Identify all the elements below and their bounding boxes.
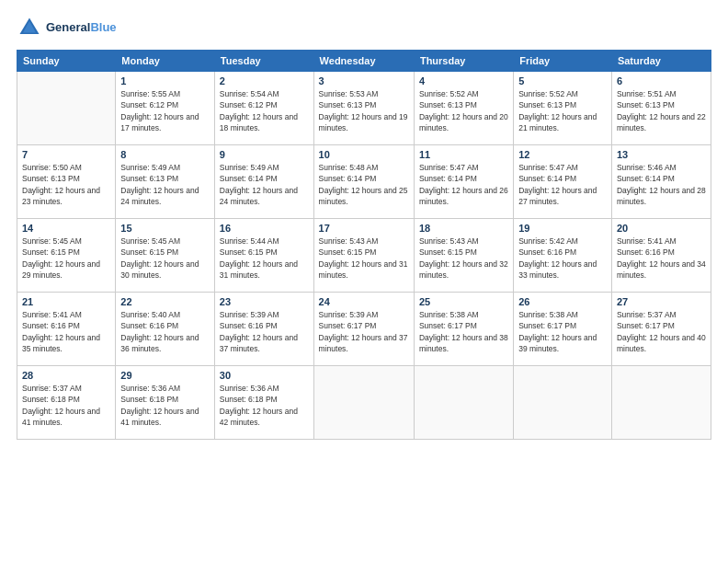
day-info: Sunrise: 5:38 AMSunset: 6:17 PMDaylight:… [518, 309, 607, 354]
day-number: 21 [22, 296, 110, 307]
logo-icon [17, 15, 42, 40]
calendar-cell [611, 366, 711, 440]
day-info: Sunrise: 5:43 AMSunset: 6:15 PMDaylight:… [319, 236, 409, 281]
day-info: Sunrise: 5:45 AMSunset: 6:15 PMDaylight:… [120, 236, 210, 281]
day-info: Sunrise: 5:52 AMSunset: 6:13 PMDaylight:… [518, 88, 607, 133]
day-info: Sunrise: 5:36 AMSunset: 6:18 PMDaylight:… [220, 383, 309, 428]
day-info: Sunrise: 5:41 AMSunset: 6:16 PMDaylight:… [617, 236, 706, 281]
day-info: Sunrise: 5:55 AMSunset: 6:12 PMDaylight:… [120, 88, 210, 133]
day-info: Sunrise: 5:39 AMSunset: 6:16 PMDaylight:… [220, 309, 309, 354]
day-number: 7 [22, 149, 110, 160]
day-info: Sunrise: 5:44 AMSunset: 6:15 PMDaylight:… [220, 236, 309, 281]
day-info: Sunrise: 5:45 AMSunset: 6:15 PMDaylight:… [22, 236, 110, 281]
day-info: Sunrise: 5:41 AMSunset: 6:16 PMDaylight:… [22, 309, 110, 354]
day-number: 9 [220, 149, 309, 160]
calendar-cell: 18Sunrise: 5:43 AMSunset: 6:15 PMDayligh… [414, 219, 513, 293]
day-number: 17 [319, 223, 409, 234]
calendar-cell: 29Sunrise: 5:36 AMSunset: 6:18 PMDayligh… [116, 366, 215, 440]
day-info: Sunrise: 5:38 AMSunset: 6:17 PMDaylight:… [419, 309, 508, 354]
calendar-cell: 20Sunrise: 5:41 AMSunset: 6:16 PMDayligh… [611, 219, 711, 293]
day-number: 20 [617, 223, 706, 234]
calendar-cell: 7Sunrise: 5:50 AMSunset: 6:13 PMDaylight… [17, 145, 116, 219]
day-info: Sunrise: 5:39 AMSunset: 6:17 PMDaylight:… [319, 309, 409, 354]
calendar-cell [313, 366, 414, 440]
day-info: Sunrise: 5:46 AMSunset: 6:14 PMDaylight:… [617, 162, 706, 207]
day-info: Sunrise: 5:53 AMSunset: 6:13 PMDaylight:… [319, 88, 409, 133]
week-row-3: 14Sunrise: 5:45 AMSunset: 6:15 PMDayligh… [17, 219, 711, 293]
day-info: Sunrise: 5:49 AMSunset: 6:14 PMDaylight:… [220, 162, 309, 207]
week-row-2: 7Sunrise: 5:50 AMSunset: 6:13 PMDaylight… [17, 145, 711, 219]
day-number: 2 [220, 75, 309, 86]
calendar-cell: 10Sunrise: 5:48 AMSunset: 6:14 PMDayligh… [313, 145, 414, 219]
day-number: 5 [518, 75, 607, 86]
calendar-cell [514, 366, 612, 440]
day-info: Sunrise: 5:51 AMSunset: 6:13 PMDaylight:… [617, 88, 706, 133]
calendar-cell: 25Sunrise: 5:38 AMSunset: 6:17 PMDayligh… [414, 293, 513, 366]
header: GeneralBlue [17, 15, 711, 40]
day-info: Sunrise: 5:36 AMSunset: 6:18 PMDaylight:… [120, 383, 210, 428]
day-number: 10 [319, 149, 409, 160]
calendar-cell: 28Sunrise: 5:37 AMSunset: 6:18 PMDayligh… [17, 366, 116, 440]
calendar-cell [414, 366, 513, 440]
calendar-cell: 12Sunrise: 5:47 AMSunset: 6:14 PMDayligh… [514, 145, 612, 219]
day-number: 4 [419, 75, 508, 86]
calendar-cell: 5Sunrise: 5:52 AMSunset: 6:13 PMDaylight… [514, 72, 612, 145]
col-header-friday: Friday [514, 51, 612, 72]
calendar-cell: 16Sunrise: 5:44 AMSunset: 6:15 PMDayligh… [214, 219, 313, 293]
calendar-cell [17, 72, 116, 145]
calendar-cell: 2Sunrise: 5:54 AMSunset: 6:12 PMDaylight… [214, 72, 313, 145]
calendar-cell: 24Sunrise: 5:39 AMSunset: 6:17 PMDayligh… [313, 293, 414, 366]
day-number: 27 [617, 296, 706, 307]
col-header-sunday: Sunday [17, 51, 116, 72]
day-info: Sunrise: 5:48 AMSunset: 6:14 PMDaylight:… [319, 162, 409, 207]
day-number: 1 [120, 75, 210, 86]
col-header-monday: Monday [116, 51, 215, 72]
day-number: 18 [419, 223, 508, 234]
calendar-cell: 21Sunrise: 5:41 AMSunset: 6:16 PMDayligh… [17, 293, 116, 366]
calendar-cell: 6Sunrise: 5:51 AMSunset: 6:13 PMDaylight… [611, 72, 711, 145]
calendar-cell: 22Sunrise: 5:40 AMSunset: 6:16 PMDayligh… [116, 293, 215, 366]
col-header-wednesday: Wednesday [313, 51, 414, 72]
calendar-cell: 4Sunrise: 5:52 AMSunset: 6:13 PMDaylight… [414, 72, 513, 145]
calendar-table: SundayMondayTuesdayWednesdayThursdayFrid… [17, 50, 711, 440]
week-row-4: 21Sunrise: 5:41 AMSunset: 6:16 PMDayligh… [17, 293, 711, 366]
day-info: Sunrise: 5:42 AMSunset: 6:16 PMDaylight:… [518, 236, 607, 281]
day-number: 19 [518, 223, 607, 234]
day-number: 14 [22, 223, 110, 234]
day-number: 16 [220, 223, 309, 234]
col-header-thursday: Thursday [414, 51, 513, 72]
day-number: 29 [120, 370, 210, 381]
day-number: 11 [419, 149, 508, 160]
day-number: 13 [617, 149, 706, 160]
calendar-cell: 17Sunrise: 5:43 AMSunset: 6:15 PMDayligh… [313, 219, 414, 293]
day-info: Sunrise: 5:37 AMSunset: 6:18 PMDaylight:… [22, 383, 110, 428]
calendar-header-row: SundayMondayTuesdayWednesdayThursdayFrid… [17, 51, 711, 72]
day-info: Sunrise: 5:50 AMSunset: 6:13 PMDaylight:… [22, 162, 110, 207]
day-number: 22 [120, 296, 210, 307]
day-info: Sunrise: 5:49 AMSunset: 6:13 PMDaylight:… [120, 162, 210, 207]
logo-text: GeneralBlue [46, 20, 117, 35]
day-info: Sunrise: 5:47 AMSunset: 6:14 PMDaylight:… [518, 162, 607, 207]
calendar-cell: 23Sunrise: 5:39 AMSunset: 6:16 PMDayligh… [214, 293, 313, 366]
day-number: 26 [518, 296, 607, 307]
day-info: Sunrise: 5:40 AMSunset: 6:16 PMDaylight:… [120, 309, 210, 354]
day-number: 30 [220, 370, 309, 381]
day-info: Sunrise: 5:43 AMSunset: 6:15 PMDaylight:… [419, 236, 508, 281]
calendar-cell: 1Sunrise: 5:55 AMSunset: 6:12 PMDaylight… [116, 72, 215, 145]
calendar-cell: 27Sunrise: 5:37 AMSunset: 6:17 PMDayligh… [611, 293, 711, 366]
day-number: 8 [120, 149, 210, 160]
calendar-cell: 13Sunrise: 5:46 AMSunset: 6:14 PMDayligh… [611, 145, 711, 219]
calendar-cell: 9Sunrise: 5:49 AMSunset: 6:14 PMDaylight… [214, 145, 313, 219]
day-number: 3 [319, 75, 409, 86]
week-row-5: 28Sunrise: 5:37 AMSunset: 6:18 PMDayligh… [17, 366, 711, 440]
page: GeneralBlue SundayMondayTuesdayWednesday… [0, 0, 728, 563]
day-number: 24 [319, 296, 409, 307]
col-header-tuesday: Tuesday [214, 51, 313, 72]
logo: GeneralBlue [17, 15, 117, 40]
calendar-cell: 30Sunrise: 5:36 AMSunset: 6:18 PMDayligh… [214, 366, 313, 440]
calendar-cell: 8Sunrise: 5:49 AMSunset: 6:13 PMDaylight… [116, 145, 215, 219]
day-number: 12 [518, 149, 607, 160]
day-number: 15 [120, 223, 210, 234]
day-number: 23 [220, 296, 309, 307]
week-row-1: 1Sunrise: 5:55 AMSunset: 6:12 PMDaylight… [17, 72, 711, 145]
